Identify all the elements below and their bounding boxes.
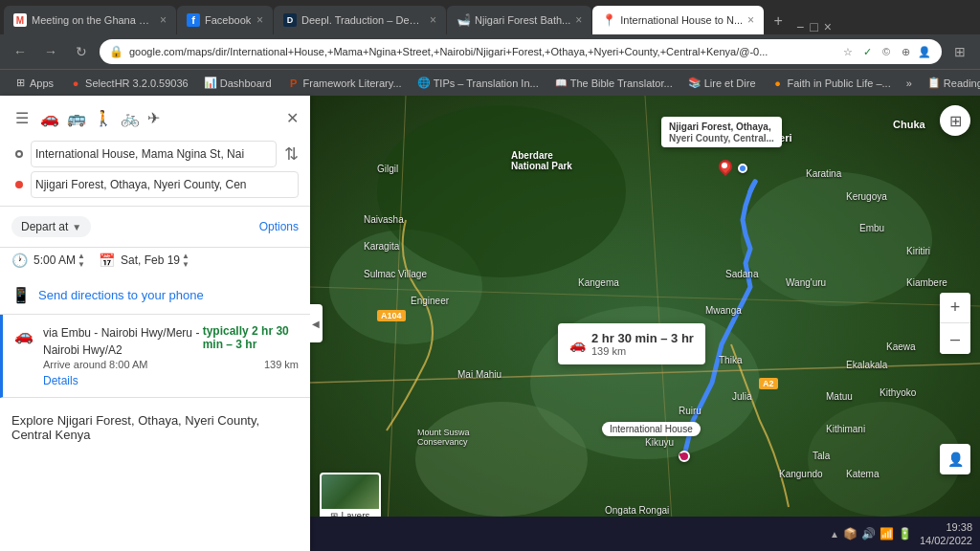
layers-button[interactable]: ⊞ Layers <box>320 473 381 522</box>
explore-section: Explore Njigari Forest, Othaya, Nyeri Co… <box>0 398 310 551</box>
from-input[interactable] <box>35 147 272 161</box>
tab-facebook[interactable]: f Facebook × <box>177 6 273 34</box>
volume-icon[interactable]: 🔊 <box>861 527 876 540</box>
tab-gmail-close[interactable]: × <box>160 13 167 27</box>
tab-maps[interactable]: 📍 International House to N... × <box>592 6 764 34</box>
bookmark-selecthr-label: SelectHR 3.2.0.59036 <box>85 77 189 89</box>
close-directions-button[interactable]: ✕ <box>286 109 299 127</box>
date-stepper[interactable]: ▲▼ <box>182 252 189 269</box>
close-button[interactable]: × <box>824 19 832 34</box>
send-to-phone-button[interactable]: 📱 Send directions to your phone <box>0 276 310 315</box>
transport-drive-icon[interactable]: 🚗 <box>40 109 59 127</box>
route-bubble: 🚗 2 hr 30 min – 3 hr 139 km <box>558 323 705 364</box>
collapse-panel-button[interactable]: ◀ <box>310 304 323 342</box>
battery-icon[interactable]: 🔋 <box>898 527 912 540</box>
hamburger-button[interactable]: ☰ <box>11 105 33 131</box>
transport-bike-icon[interactable]: 🚲 <box>121 109 140 127</box>
route-option[interactable]: 🚗 via Embu - Nairobi Hwy/Meru - Nairobi … <box>0 315 310 398</box>
tab-gmail[interactable]: M Meeting on the Ghana Si... × <box>4 6 176 34</box>
zoom-in-button[interactable]: + <box>940 293 970 323</box>
bookmark-faith[interactable]: ● Faith in Public Life –... <box>766 75 897 92</box>
options-button[interactable]: Options <box>259 220 299 233</box>
map-satellite: AberdareNational Park Nyeri Chuka Karati… <box>310 96 980 551</box>
map-grid-button[interactable]: ⊞ <box>940 105 970 136</box>
taskbar-clock[interactable]: 19:38 14/02/2022 <box>920 520 972 548</box>
dashboard-icon: 📊 <box>204 77 217 90</box>
svg-point-4 <box>415 402 588 517</box>
depart-dropdown-icon: ▼ <box>72 222 81 232</box>
tab-facebook-close[interactable]: × <box>256 13 263 27</box>
time-row: 🕐 5:00 AM ▲▼ 📅 Sat, Feb 19 ▲▼ <box>0 248 310 276</box>
explore-text: Explore Njigari Forest, Othaya, Nyeri Co… <box>11 413 299 442</box>
bookmark-tips[interactable]: 🌐 TIPs – Translation In... <box>412 75 545 92</box>
tab-deepl-close[interactable]: × <box>430 13 436 27</box>
international-house-label: International House <box>602 422 701 436</box>
bookmark-framework-label: Framework Literary... <box>303 77 402 89</box>
reading-list-button[interactable]: 📋 Reading list <box>922 75 980 91</box>
tab-deepl[interactable]: D Deepl. Traduction – Deep... × <box>274 6 446 34</box>
systray-expand-button[interactable]: ▲ <box>830 529 839 540</box>
bookmarks-bar: ⊞ Apps ● SelectHR 3.2.0.59036 📊 Dashboar… <box>0 69 980 96</box>
bookmark-selecthr[interactable]: ● SelectHR 3.2.0.59036 <box>63 75 194 92</box>
maximize-button[interactable]: □ <box>810 19 817 34</box>
zoom-out-button[interactable]: – <box>940 323 970 354</box>
faith-icon: ● <box>771 77 785 90</box>
clock-icon: 🕐 <box>11 253 28 268</box>
tab-maps-close[interactable]: × <box>747 13 754 27</box>
search-top-row: ☰ 🚗 🚌 🚶 🚲 ✈ ✕ <box>11 105 299 131</box>
from-input-row: ⇅ <box>11 141 299 167</box>
transport-fly-icon[interactable]: ✈ <box>147 109 160 127</box>
bookmark-tips-label: TIPs – Translation In... <box>434 77 539 89</box>
map-area: AberdareNational Park Nyeri Chuka Karati… <box>310 96 980 551</box>
refresh-button[interactable]: ↻ <box>69 39 94 64</box>
a2-badge: A2 <box>759 378 778 389</box>
extension-icon[interactable]: ✓ <box>859 44 875 59</box>
tab-njigari[interactable]: 🛁 Njigari Forest Bath... × <box>447 6 591 34</box>
route-car-icon: 🚗 <box>14 326 33 344</box>
route-arrive: Arrive around 8:00 AM <box>43 359 147 370</box>
depart-at-button[interactable]: Depart at ▼ <box>11 216 91 237</box>
bookmark-lire[interactable]: 📚 Lire et Dire <box>682 75 762 92</box>
destination-pin-area[interactable]: Njigari Forest, Othaya, Nyeri County, Ce… <box>719 160 732 179</box>
bookmark-framework[interactable]: P Framework Literary... <box>281 75 408 92</box>
from-input-container[interactable] <box>31 141 277 167</box>
tips-icon: 🌐 <box>417 77 431 90</box>
car-bubble-icon: 🚗 <box>569 337 586 352</box>
new-tab-button[interactable]: + <box>765 8 791 34</box>
dropbox-icon[interactable]: 📦 <box>843 527 858 540</box>
address-box[interactable]: 🔒 google.com/maps/dir/International+Hous… <box>100 39 942 64</box>
international-house-pin: ♥ <box>679 451 690 462</box>
lock-icon: 🔒 <box>109 45 123 58</box>
wifi-icon[interactable]: 📶 <box>880 527 894 540</box>
bookmarks-more-button[interactable]: » <box>901 76 918 91</box>
extension3-icon[interactable]: ⊕ <box>898 44 913 59</box>
to-input-container[interactable] <box>31 171 299 198</box>
profile-icon[interactable]: 👤 <box>917 44 932 59</box>
minimize-button[interactable]: − <box>796 19 804 34</box>
transport-walk-icon[interactable]: 🚶 <box>94 109 113 127</box>
extensions-button[interactable]: ⊞ <box>947 39 972 64</box>
international-house-area[interactable]: International House ♥ <box>679 451 690 462</box>
swap-routes-button[interactable]: ⇅ <box>284 143 299 165</box>
details-link[interactable]: Details <box>43 374 299 387</box>
transport-transit-icon[interactable]: 🚌 <box>67 109 86 127</box>
bookmark-bible[interactable]: 📖 The Bible Translator... <box>548 75 679 92</box>
from-dot-icon <box>15 150 23 158</box>
street-view-button[interactable]: 👤 <box>940 444 970 474</box>
back-button[interactable]: ← <box>8 39 33 64</box>
bookmark-apps[interactable]: ⊞ Apps <box>8 75 59 92</box>
address-bar-row: ← → ↻ 🔒 google.com/maps/dir/Internationa… <box>0 34 980 69</box>
route-distance: 139 km <box>264 359 299 370</box>
route-typical-time: typically 2 hr 30 min – 3 hr <box>203 324 299 359</box>
forward-button[interactable]: → <box>38 39 63 64</box>
route-via: via Embu - Nairobi Hwy/Meru - Nairobi Hw… <box>43 324 203 359</box>
destination-pin <box>719 160 732 179</box>
bookmark-dashboard[interactable]: 📊 Dashboard <box>198 75 278 92</box>
extension2-icon[interactable]: © <box>879 44 894 59</box>
browser-chrome: M Meeting on the Ghana Si... × f Faceboo… <box>0 0 980 96</box>
time-stepper[interactable]: ▲▼ <box>78 252 85 269</box>
origin-dot <box>738 164 747 173</box>
tab-njigari-close[interactable]: × <box>575 13 582 27</box>
bookmark-star-icon[interactable]: ☆ <box>840 44 856 59</box>
to-input[interactable] <box>35 178 294 191</box>
